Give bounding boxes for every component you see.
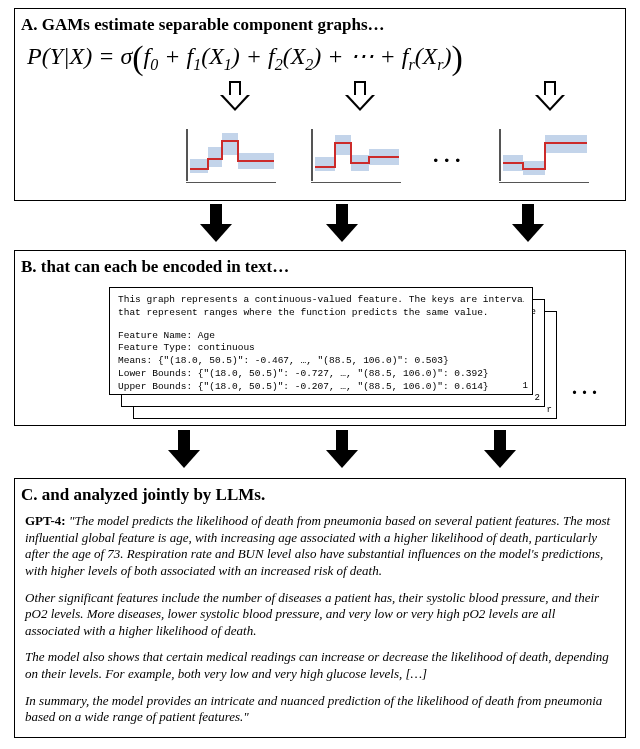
mini-graph-f1 [180,127,280,187]
card-means: Means: {"(18.0, 50.5)": -0.467, …, "(88.… [118,355,524,368]
card-lower: Lower Bounds: {"(18.0, 50.5)": -0.727, …… [118,368,524,381]
arrow-a-to-b-2-icon [326,204,358,244]
gpt-p4: In summary, the model provides an intric… [25,693,613,726]
panel-b: B. that can each be encoded in text… r h… [14,250,626,426]
panel-a-title: A. GAMs estimate separable component gra… [21,15,625,35]
card-upper: Upper Bounds: {"(18.0, 50.5)": -0.207, …… [118,381,524,394]
panel-a: A. GAMs estimate separable component gra… [14,8,626,201]
panel-c-title: C. and analyzed jointly by LLMs. [21,485,625,505]
card-feature-name: Feature Name: Age [118,330,524,343]
gam-formula: P(Y|X) = σ(f0 + f1(X1) + f2(X2) + ⋯ + fr… [15,39,625,77]
mini-graph-fr [493,127,593,187]
gpt-p1: "The model predicts the likelihood of de… [25,513,610,578]
card-1: This graph represents a continuous-value… [109,287,533,395]
card-num-1: 1 [523,380,528,392]
gpt-p3: The model also shows that certain medica… [25,649,613,682]
card-header-line1: This graph represents a continuous-value… [118,294,524,307]
ellipsis-cards: · · · [572,381,597,404]
arrow-b-to-c-2-icon [326,430,358,470]
arrow-f2-icon [345,81,375,113]
panel-c: C. and analyzed jointly by LLMs. GPT-4: … [14,478,626,738]
gpt-label: GPT-4: [25,513,69,528]
card-num-2: 2 [535,392,540,404]
arrow-a-to-b-3-icon [512,204,544,244]
arrow-b-to-c-3-icon [484,430,516,470]
card-feature-type: Feature Type: continuous [118,342,524,355]
gpt-output: GPT-4: "The model predicts the likelihoo… [15,509,625,742]
mini-graph-f2 [305,127,405,187]
arrow-b-to-c-1-icon [168,430,200,470]
arrow-f1-icon [220,81,250,113]
gpt-p2: Other significant features include the n… [25,590,613,640]
card-num-r: r [547,404,552,416]
ellipsis-graphs: · · · [433,147,461,173]
arrow-a-to-b-1-icon [200,204,232,244]
card-stack: r here 2 This graph represents a continu… [109,287,557,415]
card-header-line2: that represent ranges where the function… [118,307,524,320]
panel-b-title: B. that can each be encoded in text… [21,257,625,277]
arrow-fr-icon [535,81,565,113]
